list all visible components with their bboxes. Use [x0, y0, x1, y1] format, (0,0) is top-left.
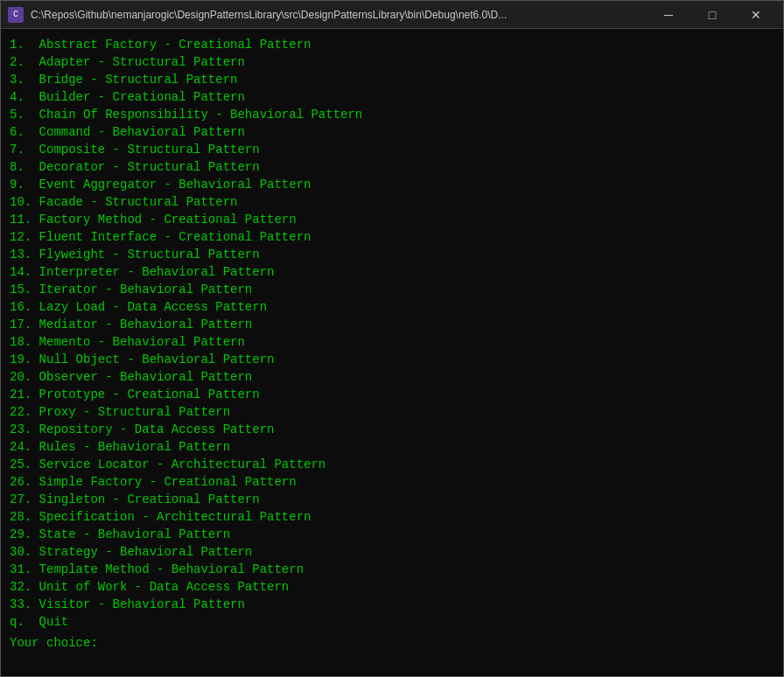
list-item: 15. Iterator - Behavioral Pattern: [10, 281, 774, 298]
console-output: 1. Abstract Factory - Creational Pattern…: [10, 36, 774, 631]
list-item: 31. Template Method - Behavioral Pattern: [10, 561, 774, 578]
list-item: 26. Simple Factory - Creational Pattern: [10, 473, 774, 491]
window: C C:\Repos\Github\nemanjarogic\DesignPat…: [0, 0, 784, 677]
list-item: 6. Command - Behavioral Pattern: [10, 123, 774, 141]
list-item: 20. Observer - Behavioral Pattern: [10, 368, 774, 386]
console-body: 1. Abstract Factory - Creational Pattern…: [1, 29, 783, 676]
maximize-button[interactable]: □: [692, 1, 732, 29]
title-bar: C C:\Repos\Github\nemanjarogic\DesignPat…: [1, 1, 783, 29]
title-bar-text: C:\Repos\Github\nemanjarogic\DesignPatte…: [31, 9, 648, 21]
list-item: 28. Specification - Architectural Patter…: [10, 508, 774, 526]
list-item: 5. Chain Of Responsibility - Behavioral …: [10, 106, 774, 123]
list-item: 3. Bridge - Structural Pattern: [10, 71, 774, 88]
list-item: 1. Abstract Factory - Creational Pattern: [10, 36, 774, 53]
list-item: 23. Repository - Data Access Pattern: [10, 421, 774, 438]
list-item: 30. Strategy - Behavioral Pattern: [10, 543, 774, 561]
list-item: 12. Fluent Interface - Creational Patter…: [10, 228, 774, 246]
list-item: 29. State - Behavioral Pattern: [10, 526, 774, 543]
list-item: 25. Service Locator - Architectural Patt…: [10, 456, 774, 473]
list-item: 11. Factory Method - Creational Pattern: [10, 211, 774, 228]
prompt-line: Your choice:: [10, 634, 774, 652]
list-item: 17. Mediator - Behavioral Pattern: [10, 316, 774, 333]
list-item: 16. Lazy Load - Data Access Pattern: [10, 298, 774, 316]
list-item: 19. Null Object - Behavioral Pattern: [10, 351, 774, 368]
close-button[interactable]: ✕: [736, 1, 776, 29]
list-item: 4. Builder - Creational Pattern: [10, 88, 774, 106]
list-item: 32. Unit of Work - Data Access Pattern: [10, 578, 774, 596]
list-item: 27. Singleton - Creational Pattern: [10, 491, 774, 508]
list-item: 22. Proxy - Structural Pattern: [10, 403, 774, 421]
title-bar-controls: ─ □ ✕: [648, 1, 776, 29]
list-item: 14. Interpreter - Behavioral Pattern: [10, 263, 774, 281]
list-item: 33. Visitor - Behavioral Pattern: [10, 596, 774, 613]
app-icon: C: [8, 7, 24, 23]
list-item: 2. Adapter - Structural Pattern: [10, 53, 774, 71]
list-item: 24. Rules - Behavioral Pattern: [10, 438, 774, 456]
list-item: 8. Decorator - Structural Pattern: [10, 158, 774, 176]
list-item: 18. Memento - Behavioral Pattern: [10, 333, 774, 351]
list-item: 21. Prototype - Creational Pattern: [10, 386, 774, 403]
list-item: 7. Composite - Structural Pattern: [10, 141, 774, 158]
minimize-button[interactable]: ─: [648, 1, 689, 29]
list-item: 10. Facade - Structural Pattern: [10, 193, 774, 211]
list-item: 9. Event Aggregator - Behavioral Pattern: [10, 176, 774, 193]
list-item: q. Quit: [10, 613, 774, 631]
list-item: 13. Flyweight - Structural Pattern: [10, 246, 774, 263]
